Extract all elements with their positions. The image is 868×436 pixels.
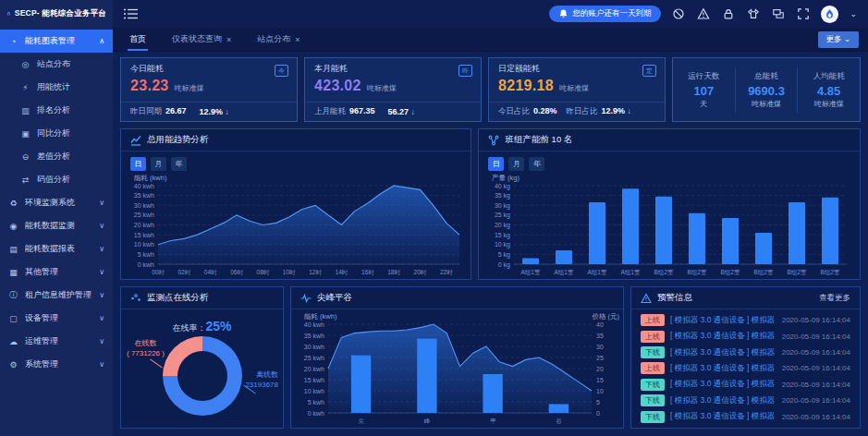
alert-text: [ 模拟器 3.0 通信设备 ] 模拟器 3.0... bbox=[670, 331, 776, 342]
svg-text:40 kwh: 40 kwh bbox=[134, 183, 154, 189]
more-button[interactable]: 更多 ⌄ bbox=[818, 31, 860, 48]
alert-row-5[interactable]: 下线[ 模拟器 3.0 通信设备 ] 模拟器 3.0...2020-05-09 … bbox=[631, 394, 860, 406]
sidebar-item-label: 排名分析 bbox=[37, 104, 70, 116]
panel-header: 尖峰平谷 bbox=[291, 287, 623, 309]
pie-chart-icon: ◔ bbox=[8, 37, 18, 46]
svg-text:25 kwh: 25 kwh bbox=[134, 212, 154, 218]
shirt-icon[interactable] bbox=[747, 7, 760, 20]
down-arrow-icon: ↓ bbox=[625, 106, 631, 115]
chevron-down-icon: ∨ bbox=[99, 360, 104, 369]
account-expiry-notice[interactable]: 您的账户还有一天到期 bbox=[549, 6, 661, 22]
stat-2: 人均能耗4.85吨标准煤 bbox=[797, 67, 860, 113]
alert-row-3[interactable]: 上线[ 模拟器 3.0 通信设备 ] 模拟器 3.0...2020-05-09 … bbox=[631, 362, 860, 374]
chart-svg: 0 kwh5 kwh10 kwh15 kwh20 kwh25 kwh30 kwh… bbox=[121, 171, 471, 279]
alert-timestamp: 2020-05-09 16:14:04 bbox=[782, 396, 850, 405]
alert-row-4[interactable]: 下线[ 模拟器 3.0 通信设备 ] 模拟器 3.0...2020-05-09 … bbox=[631, 379, 860, 391]
chevron-down-icon: ∨ bbox=[99, 199, 104, 207]
tab-0[interactable]: 首页 bbox=[116, 28, 159, 51]
sidebar-group-8[interactable]: ⚙系统管理∨ bbox=[0, 353, 113, 376]
sidebar-item-label: 站点分布 bbox=[37, 58, 70, 70]
sidebar-item-0-5[interactable]: ⇄码值分析 bbox=[0, 168, 113, 191]
chip-月[interactable]: 月 bbox=[508, 157, 524, 171]
alert-row-0[interactable]: 上线[ 模拟器 3.0 通信设备 ] 模拟器 3.0...2020-05-09 … bbox=[631, 314, 860, 326]
sidebar-group-0[interactable]: ◔能耗图表管理∧ bbox=[0, 30, 113, 53]
ban-icon[interactable] bbox=[672, 7, 685, 20]
user-menu-chevron-icon[interactable]: ⌄ bbox=[850, 9, 857, 18]
sidebar-item-0-4[interactable]: ⊖差值分析 bbox=[0, 145, 113, 168]
kpi-card-2: 日定额能耗8219.18吨标准煤定今日占比0.28%昨日占比12.9% ↓ bbox=[488, 57, 666, 122]
tab-close-icon[interactable]: × bbox=[226, 35, 231, 44]
info-icon: ⓘ bbox=[8, 289, 18, 301]
svg-text:谷: 谷 bbox=[556, 418, 562, 425]
menu-toggle-icon[interactable] bbox=[124, 8, 139, 19]
panel-header: 总用能趋势分析 bbox=[121, 129, 471, 151]
svg-text:30 kwh: 30 kwh bbox=[304, 344, 324, 350]
tab-2[interactable]: 站点分布× bbox=[244, 28, 312, 51]
alert-timestamp: 2020-05-09 16:14:04 bbox=[782, 316, 850, 324]
chip-日[interactable]: 日 bbox=[130, 157, 146, 171]
windows-icon[interactable] bbox=[772, 7, 785, 20]
kpi-footer-item: 昨日占比12.9% ↓ bbox=[567, 106, 631, 117]
chip-年[interactable]: 年 bbox=[529, 157, 544, 171]
fullscreen-icon[interactable] bbox=[797, 7, 810, 20]
alert-triangle-icon[interactable] bbox=[697, 7, 710, 20]
tab-1[interactable]: 仪表状态查询× bbox=[159, 28, 244, 51]
svg-text:B组2室: B组2室 bbox=[788, 269, 807, 275]
alert-timestamp: 2020-05-09 16:14:04 bbox=[782, 413, 850, 421]
svg-text:0 kg: 0 kg bbox=[498, 261, 510, 269]
user-avatar[interactable] bbox=[821, 6, 838, 23]
sidebar-group-2[interactable]: ◉能耗数据监测∨ bbox=[0, 214, 113, 237]
svg-text:尖: 尖 bbox=[358, 418, 364, 424]
line-chart-icon bbox=[130, 135, 141, 146]
kpi-title: 本月能耗 bbox=[314, 63, 471, 75]
stat-value: 4.85 bbox=[800, 84, 858, 98]
sidebar-item-0-3[interactable]: ▣同比分析 bbox=[0, 122, 113, 145]
svg-text:35 kwh: 35 kwh bbox=[134, 192, 154, 199]
svg-text:B组2室: B组2室 bbox=[821, 269, 840, 275]
sidebar-group-4[interactable]: ▦其他管理∨ bbox=[0, 260, 113, 284]
svg-text:0 kwh: 0 kwh bbox=[138, 261, 154, 268]
kpi-row: 今日能耗23.23吨标准煤今昨日同期26.6712.9% ↓本月能耗423.02… bbox=[120, 57, 861, 122]
sidebar-group-5[interactable]: ⓘ租户信息维护管理∨ bbox=[0, 284, 113, 307]
cloud-icon: ☁ bbox=[8, 337, 18, 346]
svg-text:04时: 04时 bbox=[204, 269, 217, 275]
lock-icon[interactable] bbox=[722, 7, 735, 20]
chip-月[interactable]: 月 bbox=[151, 157, 166, 171]
online-rate-value: 25% bbox=[205, 319, 231, 333]
chip-日[interactable]: 日 bbox=[488, 157, 504, 171]
online-donut-chart: 在线率：25%在线数( 7731226 )离线数23193678 bbox=[121, 309, 283, 428]
svg-text:12时: 12时 bbox=[309, 269, 322, 275]
panel-title: 预警信息 bbox=[657, 292, 692, 304]
svg-text:B组2室: B组2室 bbox=[754, 269, 774, 275]
panel-header: 预警信息 查看更多 bbox=[631, 287, 860, 309]
chip-年[interactable]: 年 bbox=[171, 157, 187, 171]
svg-text:10 kwh: 10 kwh bbox=[134, 241, 154, 248]
tab-close-icon[interactable]: × bbox=[295, 35, 300, 44]
sidebar-group-1[interactable]: ♻环境监测系统∨ bbox=[0, 191, 113, 214]
kpi-footer-value: 0.28% bbox=[533, 106, 557, 115]
panel-title: 监测点在线分析 bbox=[147, 292, 209, 304]
alert-row-1[interactable]: 上线[ 模拟器 3.0 通信设备 ] 模拟器 3.0...2020-05-09 … bbox=[631, 331, 860, 343]
alert-text: [ 模拟器 3.0 通信设备 ] 模拟器 3.0... bbox=[670, 411, 776, 422]
svg-text:30 kwh: 30 kwh bbox=[134, 202, 154, 209]
stat-label: 总能耗 bbox=[738, 71, 796, 82]
view-more-link[interactable]: 查看更多 bbox=[819, 293, 850, 304]
svg-text:B组2室: B组2室 bbox=[721, 269, 740, 275]
svg-text:35 kg: 35 kg bbox=[495, 192, 510, 200]
sidebar-item-0-2[interactable]: ▥排名分析 bbox=[0, 99, 113, 122]
sidebar-group-3[interactable]: ▤能耗数据报表∨ bbox=[0, 237, 113, 260]
sidebar-item-0-1[interactable]: ⚡用能统计 bbox=[0, 76, 113, 99]
monitor-points-icon bbox=[130, 293, 141, 304]
sidebar-group-7[interactable]: ☁运维管理∨ bbox=[0, 330, 113, 353]
chart-svg: 0 kwh05 kwh510 kwh1015 kwh1520 kwh2025 k… bbox=[291, 309, 623, 428]
alert-row-6[interactable]: 下线[ 模拟器 3.0 通信设备 ] 模拟器 3.0...2020-05-09 … bbox=[631, 411, 860, 423]
sidebar-item-0-0[interactable]: ◎站点分布 bbox=[0, 53, 113, 76]
alert-row-2[interactable]: 下线[ 模拟器 3.0 通信设备 ] 模拟器 3.0...2020-05-09 … bbox=[631, 346, 860, 358]
pulse-icon bbox=[300, 293, 312, 304]
donut-ring bbox=[163, 336, 242, 416]
sidebar-group-6[interactable]: ▢设备管理∨ bbox=[0, 307, 113, 330]
chart-svg: 0 kg5 kg10 kg15 kg20 kg25 kg30 kg35 kg40… bbox=[479, 171, 860, 279]
topbar: 您的账户还有一天到期 ⌄ bbox=[113, 0, 868, 28]
stats-card: 运行天数107天总能耗9690.3吨标准煤人均能耗4.85吨标准煤 bbox=[672, 57, 861, 122]
energy-trend-chart: 0 kwh5 kwh10 kwh15 kwh20 kwh25 kwh30 kwh… bbox=[121, 171, 471, 279]
